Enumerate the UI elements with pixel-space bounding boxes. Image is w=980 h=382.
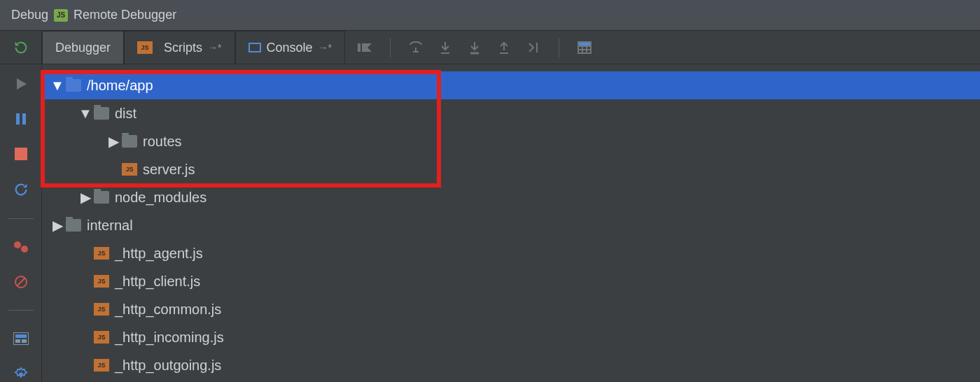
run-to-cursor-icon [526,41,540,55]
js-run-config-icon: JS [54,9,68,22]
view-breakpoints-button[interactable] [10,240,31,254]
debug-gutter [0,64,42,382]
tree-row-file[interactable]: JS _http_client.js [42,267,980,295]
svg-point-15 [14,241,21,248]
tab-console[interactable]: Console →* [235,31,346,64]
arrow-right-icon: →* [318,42,332,53]
mute-icon [14,275,28,289]
mute-breakpoints-button[interactable] [10,275,31,289]
folder-icon [94,191,109,204]
tree-row-folder[interactable]: ▶ node_modules [42,183,980,211]
svg-rect-8 [587,47,590,49]
tree-row-file[interactable]: JS _http_server.js [42,379,980,382]
step-out-icon [498,41,510,55]
tree-label: server.js [143,162,195,178]
step-into-icon [439,41,451,55]
tab-label: Console [267,41,313,55]
svg-rect-14 [15,148,27,160]
layout-settings-button[interactable] [10,332,31,346]
run-to-cursor-button[interactable] [524,38,543,57]
svg-rect-2 [358,43,360,52]
evaluate-expression-button[interactable] [575,38,594,57]
gutter-separator [8,218,34,219]
step-into-button[interactable] [435,38,455,57]
settings-button[interactable] [10,367,31,382]
step-controls [345,31,594,64]
tree-row-file[interactable]: JS _http_agent.js [42,239,980,267]
force-step-into-button[interactable] [465,38,484,57]
refresh-icon [13,182,29,197]
debugger-tabs: Debugger JS Scripts →* Console →* [42,31,345,64]
svg-rect-9 [579,50,582,52]
tab-scripts[interactable]: JS Scripts →* [124,31,234,64]
chevron-right-icon: ▶ [49,217,66,234]
tree-row-folder[interactable]: ▶ routes [42,127,980,155]
js-file-icon: JS [94,275,109,288]
js-file-icon: JS [122,163,137,176]
debug-panel-title: Debug [11,8,48,22]
tree-label: _http_client.js [115,274,200,290]
tree-label: /home/app [87,78,153,94]
stop-icon [15,148,27,160]
restart-frame-button[interactable] [10,182,31,197]
pause-icon [15,112,27,126]
gear-icon [13,367,29,382]
js-file-icon: JS [137,41,153,54]
tree-label: _http_outgoing.js [115,358,221,374]
tab-debugger[interactable]: Debugger [42,31,124,64]
tree-label: dist [115,106,136,122]
tree-row-file[interactable]: JS _http_common.js [42,295,980,323]
title-bar: Debug JS Remote Debugger [0,0,980,31]
separator [559,38,559,57]
svg-rect-19 [13,332,29,345]
tree-row-root[interactable]: ▼ /home/app [42,71,980,99]
tree-row-file[interactable]: JS _http_outgoing.js [42,351,980,379]
svg-rect-11 [587,50,590,52]
js-file-icon: JS [94,247,109,260]
scripts-tree-panel: ▼ /home/app ▼ dist ▶ routes JS server.js [42,64,980,382]
svg-rect-20 [15,339,20,343]
js-file-icon: JS [94,303,109,316]
scripts-tree: ▼ /home/app ▼ dist ▶ routes JS server.js [42,71,980,382]
layout-icon [13,332,29,345]
tree-label: _http_common.js [115,302,221,318]
folder-icon [66,79,81,92]
rerun-button[interactable] [0,31,42,64]
chevron-down-icon: ▼ [77,106,94,122]
js-file-icon: JS [94,331,109,344]
main-area: ▼ /home/app ▼ dist ▶ routes JS server.js [0,64,980,382]
tree-row-file[interactable]: JS server.js [42,155,980,183]
breakpoints-icon [13,241,29,253]
tab-label: Scripts [164,41,202,55]
stop-button[interactable] [10,147,31,161]
svg-rect-22 [15,334,27,338]
arrow-right-icon: →* [208,42,221,53]
pause-button[interactable] [10,112,31,126]
play-icon [15,77,27,91]
debugger-toolbar: Debugger JS Scripts →* Console →* [0,31,980,64]
svg-line-18 [17,278,25,286]
tree-label: _http_incoming.js [115,330,224,346]
svg-rect-5 [579,43,590,45]
svg-rect-3 [536,43,538,52]
tree-row-folder[interactable]: ▶ internal [42,211,980,239]
console-icon [248,43,261,52]
run-config-name: Remote Debugger [74,8,176,22]
step-over-button[interactable] [406,38,426,57]
folder-icon [94,107,109,120]
svg-rect-21 [22,339,27,343]
svg-rect-13 [22,113,26,125]
rerun-icon [13,40,29,55]
separator [390,38,391,57]
svg-rect-12 [16,113,20,125]
step-out-button[interactable] [494,38,514,57]
resume-button[interactable] [10,77,31,91]
folder-icon [122,135,137,148]
tree-row-folder[interactable]: ▼ dist [42,99,980,127]
calculator-icon [578,41,592,54]
tab-label: Debugger [55,41,111,55]
force-step-into-icon [468,41,481,55]
chevron-right-icon: ▶ [105,133,122,150]
tree-row-file[interactable]: JS _http_incoming.js [42,323,980,351]
show-execution-point-button[interactable] [355,38,374,57]
